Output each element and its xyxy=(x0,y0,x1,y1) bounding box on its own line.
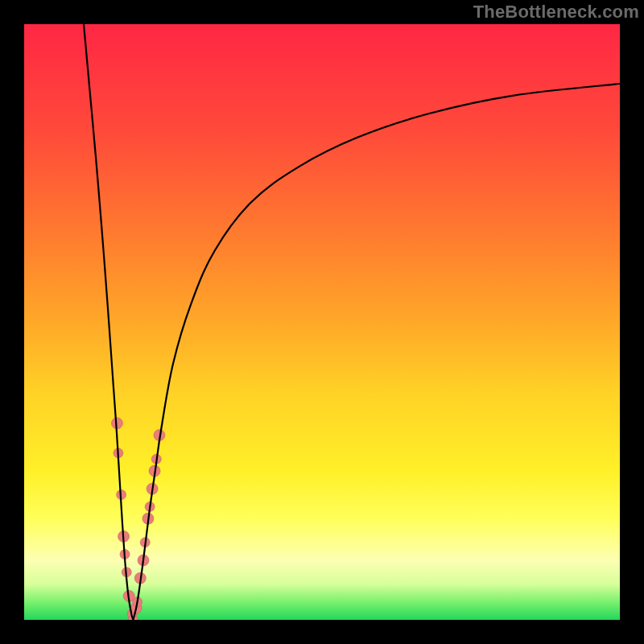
curve-left-branch xyxy=(84,24,133,620)
watermark-text: TheBottleneck.com xyxy=(473,2,639,23)
scatter-layer xyxy=(111,418,165,620)
chart-frame: TheBottleneck.com xyxy=(0,0,644,644)
curve-right-branch xyxy=(133,84,620,620)
chart-plot-area xyxy=(24,24,620,620)
chart-svg xyxy=(24,24,620,620)
